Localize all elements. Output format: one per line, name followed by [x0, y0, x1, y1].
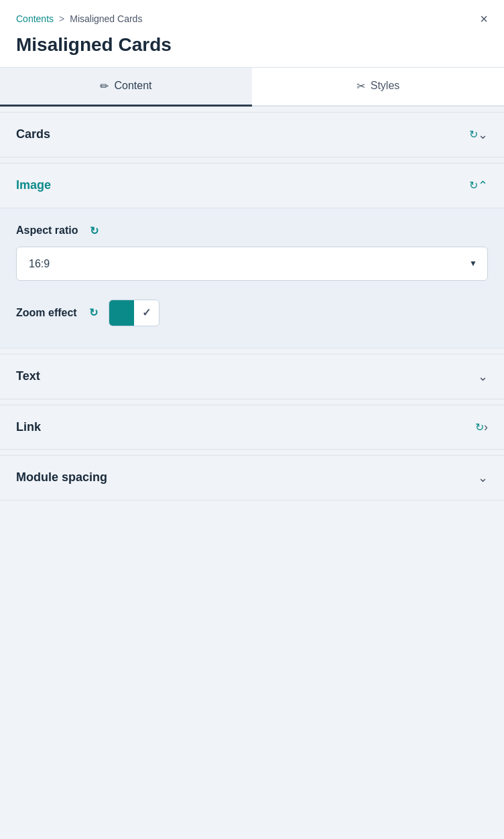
tabs-container: ✏ Content ✂ Styles: [0, 68, 504, 107]
image-refresh-icon[interactable]: ↻: [469, 179, 478, 192]
cards-refresh-icon[interactable]: ↻: [469, 128, 478, 141]
breadcrumb: Contents > Misaligned Cards ×: [16, 12, 488, 25]
tab-content-label: Content: [114, 80, 151, 92]
link-refresh-icon[interactable]: ↻: [475, 421, 484, 434]
aspect-ratio-refresh-icon[interactable]: ↻: [90, 224, 99, 237]
section-link-header[interactable]: Link ↻ ›: [0, 405, 504, 450]
module-spacing-chevron-icon: ⌄: [478, 470, 488, 485]
text-chevron-icon: ⌄: [478, 369, 488, 384]
toggle-on-part: [109, 300, 134, 326]
aspect-ratio-select[interactable]: 16:9 4:3 1:1 3:2: [16, 247, 488, 281]
section-text-title: Text: [16, 369, 478, 383]
toggle-off-part: ✓: [134, 300, 159, 326]
cards-chevron-icon: ⌄: [478, 127, 488, 142]
section-image-title: Image: [16, 178, 462, 192]
section-text-header[interactable]: Text ⌄: [0, 354, 504, 399]
section-link: Link ↻ ›: [0, 405, 504, 450]
aspect-ratio-select-wrapper: 16:9 4:3 1:1 3:2 ▼: [16, 247, 488, 281]
link-chevron-icon: ›: [484, 420, 488, 434]
section-cards: Cards ↻ ⌄: [0, 112, 504, 157]
zoom-effect-refresh-icon[interactable]: ↻: [89, 306, 98, 319]
scissors-icon: ✂: [357, 80, 365, 92]
section-text: Text ⌄: [0, 354, 504, 399]
pencil-icon: ✏: [100, 80, 109, 92]
aspect-ratio-label: Aspect ratio ↻: [16, 224, 488, 237]
zoom-effect-label: Zoom effect ↻: [16, 306, 98, 319]
page-title: Misaligned Cards: [16, 34, 488, 56]
section-link-title: Link: [16, 420, 468, 434]
section-image-header[interactable]: Image ↻ ⌃: [0, 163, 504, 208]
tab-content[interactable]: ✏ Content: [0, 68, 252, 107]
section-image: Image ↻ ⌃ Aspect ratio ↻ 16:9 4:3 1:1 3:…: [0, 163, 504, 348]
section-module-spacing-header[interactable]: Module spacing ⌄: [0, 455, 504, 501]
image-chevron-icon: ⌃: [478, 178, 488, 193]
section-module-spacing-title: Module spacing: [16, 470, 478, 485]
section-cards-header[interactable]: Cards ↻ ⌄: [0, 112, 504, 157]
toggle-check-icon: ✓: [142, 306, 151, 319]
panel: Contents > Misaligned Cards × Misaligned…: [0, 0, 504, 839]
zoom-effect-label-text: Zoom effect: [16, 307, 77, 319]
breadcrumb-contents-link[interactable]: Contents: [16, 13, 54, 24]
section-cards-title: Cards: [16, 127, 462, 141]
zoom-effect-toggle[interactable]: ✓: [109, 300, 160, 326]
breadcrumb-current: Misaligned Cards: [70, 13, 142, 24]
zoom-effect-row: Zoom effect ↻ ✓: [16, 300, 488, 326]
header: Contents > Misaligned Cards × Misaligned…: [0, 0, 504, 68]
section-image-content: Aspect ratio ↻ 16:9 4:3 1:1 3:2 ▼ Zoom e…: [0, 208, 504, 348]
breadcrumb-separator: >: [59, 13, 64, 24]
section-module-spacing: Module spacing ⌄: [0, 455, 504, 501]
aspect-ratio-label-text: Aspect ratio: [16, 224, 78, 237]
tab-styles[interactable]: ✂ Styles: [252, 68, 504, 107]
close-icon[interactable]: ×: [480, 12, 488, 25]
tab-styles-label: Styles: [371, 80, 400, 92]
